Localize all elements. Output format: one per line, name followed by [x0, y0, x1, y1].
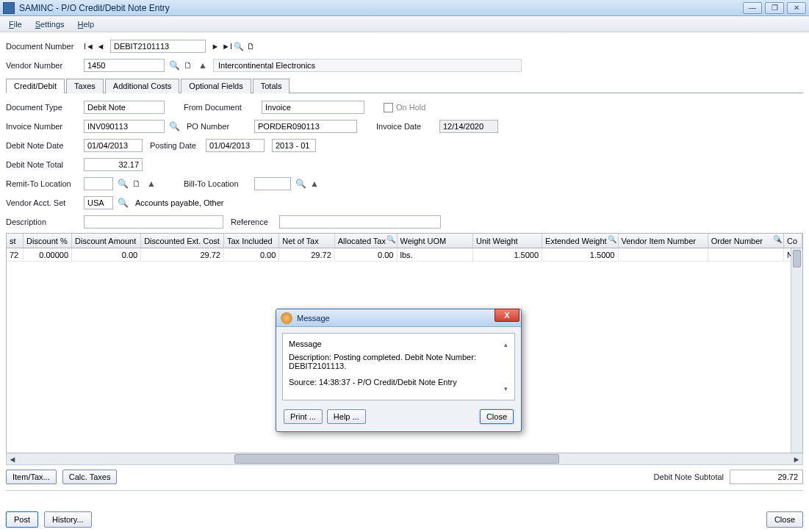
column-header[interactable]: Co: [784, 234, 802, 248]
dialog-close-button[interactable]: Close: [480, 409, 514, 424]
dialog-print-button[interactable]: Print ...: [284, 409, 323, 424]
vendor-number-input[interactable]: 1450: [84, 59, 165, 72]
vendor-zoom-icon[interactable]: ▲: [198, 60, 209, 71]
column-header[interactable]: Allocated Tax🔍: [335, 234, 398, 248]
column-finder-icon[interactable]: 🔍: [608, 235, 616, 243]
po-number-value: PORDER090113: [258, 122, 320, 131]
po-number-input[interactable]: PORDER090113: [254, 120, 357, 133]
sort-asc-icon[interactable]: ▲: [776, 237, 782, 243]
column-header[interactable]: Discount %: [24, 234, 72, 248]
dialog-help-button[interactable]: Help ...: [327, 409, 366, 424]
vendor-new-icon[interactable]: 🗋: [184, 60, 194, 71]
vendor-acct-set-input[interactable]: USA: [84, 196, 113, 209]
column-header[interactable]: Order Number🔍▲: [708, 234, 784, 248]
vendor-finder-icon[interactable]: 🔍: [169, 60, 179, 71]
item-tax-button[interactable]: Item/Tax...: [6, 470, 57, 484]
acct-set-finder-icon[interactable]: 🔍: [118, 198, 128, 208]
document-number-input[interactable]: DEBIT2101113: [110, 40, 206, 53]
maximize-button[interactable]: ❐: [765, 2, 784, 14]
menu-file[interactable]: File: [3, 18, 28, 30]
grid-cell[interactable]: 0.00: [224, 248, 279, 261]
remit-new-icon[interactable]: 🗋: [132, 179, 143, 189]
history-button[interactable]: History...: [44, 511, 92, 528]
tab-totals-label: Totals: [261, 82, 282, 90]
nav-last-icon[interactable]: ►І: [222, 41, 232, 51]
menu-bar: File Settings Help: [0, 16, 809, 32]
column-header[interactable]: Discounted Ext. Cost: [141, 234, 224, 248]
scroll-up-icon[interactable]: ▴: [504, 341, 508, 348]
nav-next-icon[interactable]: ►: [210, 41, 220, 51]
scroll-down-icon[interactable]: ▾: [504, 385, 508, 392]
grid-cell[interactable]: lbs.: [398, 248, 473, 261]
invoice-number-input[interactable]: INV090113: [84, 120, 165, 133]
tab-optional-fields-label: Optional Fields: [189, 82, 242, 90]
column-header[interactable]: Vendor Item Number: [619, 234, 708, 248]
column-header[interactable]: Extended Weight🔍: [542, 234, 618, 248]
menu-help[interactable]: Help: [72, 18, 101, 30]
scroll-thumb[interactable]: [234, 454, 558, 464]
new-icon[interactable]: 🗋: [245, 41, 256, 51]
scroll-left-icon[interactable]: ◄: [7, 454, 18, 464]
remit-zoom-icon[interactable]: ▲: [147, 179, 157, 189]
tab-totals[interactable]: Totals: [253, 79, 290, 93]
debit-note-date-label: Debit Note Date: [6, 141, 79, 150]
debit-note-date-input[interactable]: 01/04/2013: [84, 139, 143, 152]
column-finder-icon[interactable]: 🔍: [386, 235, 395, 243]
post-button[interactable]: Post: [6, 511, 38, 528]
dialog-scrollbar[interactable]: ▴ ▾: [504, 341, 511, 392]
reference-input[interactable]: [279, 215, 441, 229]
column-header[interactable]: Tax Included: [224, 234, 279, 248]
minimize-button[interactable]: —: [743, 2, 762, 14]
close-button[interactable]: Close: [766, 511, 803, 528]
window-close-button[interactable]: ✕: [787, 2, 806, 14]
on-hold-label: On Hold: [396, 103, 425, 112]
on-hold-checkbox[interactable]: On Hold: [384, 103, 425, 112]
remit-to-input[interactable]: [84, 177, 113, 190]
grid-cell[interactable]: 0.00: [335, 248, 398, 261]
document-type-select[interactable]: Debit Note: [84, 101, 165, 114]
column-header[interactable]: Weight UOM: [398, 234, 473, 248]
grid-cell[interactable]: 1.5000: [542, 248, 618, 261]
grid-cell[interactable]: 0.00000: [24, 248, 72, 261]
tab-taxes[interactable]: Taxes: [66, 79, 104, 93]
bill-to-input[interactable]: [254, 177, 291, 190]
fiscal-period-input[interactable]: 2013 - 01: [272, 139, 316, 152]
bill-finder-icon[interactable]: 🔍: [295, 179, 306, 189]
column-header[interactable]: Unit Weight: [473, 234, 542, 248]
table-row[interactable]: 720.000000.0029.720.0029.720.00lbs.1.500…: [7, 248, 802, 262]
grid-cell[interactable]: [619, 248, 708, 261]
invoice-finder-icon[interactable]: 🔍: [169, 121, 179, 132]
invoice-date-value: 12/14/2020: [443, 122, 483, 131]
grid-cell[interactable]: 72: [7, 248, 24, 261]
nav-first-icon[interactable]: І◄: [84, 41, 94, 51]
dialog-description: Description: Posting completed. Debit No…: [289, 353, 508, 370]
menu-settings[interactable]: Settings: [29, 18, 71, 30]
nav-prev-icon[interactable]: ◄: [96, 41, 106, 51]
tab-credit-debit[interactable]: Credit/Debit: [6, 79, 65, 93]
bill-zoom-icon[interactable]: ▲: [310, 179, 320, 189]
grid-cell[interactable]: 29.72: [279, 248, 334, 261]
scroll-track[interactable]: [18, 453, 791, 464]
grid-vscrollbar[interactable]: [791, 248, 802, 453]
grid-cell[interactable]: [708, 248, 784, 261]
column-header[interactable]: Net of Tax: [279, 234, 334, 248]
scrollbar-thumb[interactable]: [793, 250, 801, 267]
finder-icon[interactable]: 🔍: [234, 41, 244, 51]
grid-cell[interactable]: 0.00: [72, 248, 141, 261]
remit-finder-icon[interactable]: 🔍: [118, 179, 128, 189]
tab-additional-costs[interactable]: Additional Costs: [105, 79, 180, 93]
grid-hscrollbar[interactable]: ◄ ►: [6, 453, 803, 465]
grid-cell[interactable]: 29.72: [141, 248, 224, 261]
scroll-right-icon[interactable]: ►: [791, 454, 802, 464]
debit-note-total-input[interactable]: 32.17: [84, 158, 143, 171]
column-header[interactable]: st: [7, 234, 24, 248]
dialog-close-x[interactable]: X: [495, 309, 519, 322]
posting-date-input[interactable]: 01/04/2013: [206, 139, 265, 152]
from-document-select[interactable]: Invoice: [262, 101, 364, 114]
column-header[interactable]: Discount Amount: [72, 234, 141, 248]
description-input[interactable]: [84, 215, 223, 229]
acct-set-desc: Accounts payable, Other: [132, 196, 301, 209]
grid-cell[interactable]: 1.5000: [473, 248, 542, 261]
tab-optional-fields[interactable]: Optional Fields: [181, 79, 251, 93]
calc-taxes-button[interactable]: Calc. Taxes: [62, 470, 118, 484]
